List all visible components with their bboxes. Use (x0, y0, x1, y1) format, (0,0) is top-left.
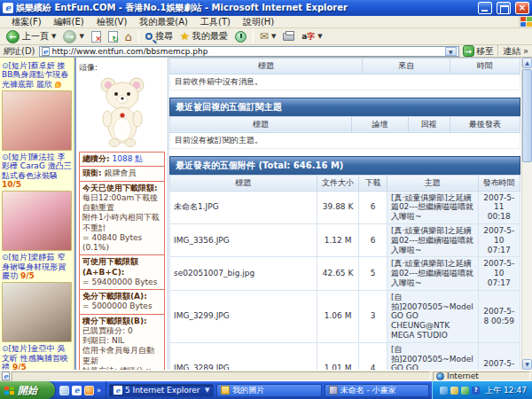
sidebar-photo[interactable] (2, 191, 72, 251)
translate-button[interactable]: a字 ▼ (299, 31, 325, 43)
subscribed-table: 標題 論壇 回複 最後發表 目前沒有被訂閱的主題。 (169, 116, 520, 149)
attachment-filename[interactable]: 未命名1.JPG (170, 191, 317, 223)
scrollbar-track[interactable] (522, 163, 532, 359)
sidebar-item[interactable]: ⊙[短片]梁靜茹 窄身裙曝身材現形賀慶功 9/5 (2, 253, 72, 280)
quota-line: = 5000000 Bytes (82, 301, 161, 311)
messenger-tray-icon[interactable] (461, 387, 469, 395)
attachment-downloads: 4 (359, 342, 387, 370)
menu-item-file[interactable]: 檔案(F) (5, 16, 48, 28)
mail-dropdown-icon[interactable]: ▼ (271, 33, 276, 40)
scroll-down-icon[interactable]: ▼ (522, 359, 532, 370)
attachment-filename[interactable]: IMG_3289.JPG (170, 342, 317, 370)
minimize-button[interactable] (478, 2, 492, 14)
vertical-scrollbar[interactable]: ▲ ▼ (521, 58, 532, 370)
home-button[interactable]: ⌂ (122, 31, 135, 43)
task-group-dropdown-icon[interactable]: ▼ (205, 387, 209, 394)
score-row: 總積分: 1088 點 (80, 153, 164, 167)
search-label: 搜尋 (155, 30, 173, 43)
attachment-filename[interactable]: se02051007_big.jpg (170, 257, 317, 290)
attachment-filesize: 39.88 K (317, 191, 358, 223)
mail-button[interactable]: ✉ ▼ (257, 31, 278, 42)
attachment-filename[interactable]: IMG_3356.JPG (170, 223, 317, 256)
links-chevron-icon[interactable]: » (523, 46, 528, 56)
title-bar: e 娛樂繽紛 EntFun.COM - 香港No.1娛樂劇站 - Microso… (0, 0, 532, 16)
back-dropdown-icon[interactable]: ▼ (51, 33, 56, 40)
subscribed-empty-message: 目前沒有被訂閱的主題。 (170, 132, 520, 148)
attachment-subject[interactable]: [自拍]20070505~Model GO GO CHEUNG@NTK MEGA… (387, 290, 478, 342)
inbox-col-time: 時間 (450, 59, 520, 74)
menu-item-edit[interactable]: 編輯(E) (48, 16, 90, 28)
task-my-pictures[interactable]: 我的圖片 (216, 384, 321, 397)
close-button[interactable]: × (515, 2, 529, 14)
links-bar[interactable]: 連結 » (497, 45, 528, 58)
links-label: 連結 (503, 45, 520, 58)
bullet-icon: ⊙ (2, 344, 9, 353)
refresh-button[interactable]: ↻ (106, 31, 121, 43)
attachment-subject[interactable]: [自拍]20070505~Model GO GO CHEUNG@NTK MEGA… (387, 342, 478, 370)
sidebar-photo[interactable] (2, 90, 72, 151)
attachment-downloads: 5 (359, 257, 387, 290)
network-tray-icon[interactable] (440, 387, 448, 395)
search-button[interactable]: 搜尋 (143, 30, 176, 43)
history-button[interactable] (232, 31, 249, 43)
forward-dropdown-icon[interactable]: ▼ (79, 33, 83, 40)
scrollbar-thumb[interactable] (522, 69, 532, 162)
toolbar-separator (138, 30, 139, 43)
quota-line: = 59400000 Bytes (82, 278, 161, 287)
translate-dropdown-icon[interactable]: ▼ (317, 33, 322, 40)
bullet-icon: ⊙ (2, 61, 9, 70)
menu-item-favorites[interactable]: 我的最愛(A) (133, 16, 194, 28)
sidebar-item[interactable]: ⊙[短片]蔡卓妍 接BB鳥身露點乍現春光褲底部 麗欣 (2, 61, 72, 89)
zone-label: Internet (447, 372, 479, 380)
scroll-up-icon[interactable]: ▲ (522, 58, 532, 68)
attachment-filename[interactable]: IMG_3299.JPG (170, 290, 317, 342)
task-ie-group[interactable]: e 5 Internet Explorer ▼ (109, 384, 214, 397)
sidebar-photo[interactable] (2, 282, 72, 342)
attachments-table: 標題 文件大小 下載 主題 發布時間 未命名1.JPG 39.88 K 6 [真… (169, 175, 520, 370)
task-buttons: e 5 Internet Explorer ▼ 我的圖片 未命名 - 小畫家 (106, 381, 432, 399)
standard-toolbar: ← 上一頁 ▼ → ▼ ✕ ↻ ⌂ 搜尋 ★ 我的最愛 ✉ (0, 28, 532, 45)
sidebar-item[interactable]: ⊙[短片]陳法拉 李彩樺 CaraG 激凸三點式春色泳裝騷 10/5 (2, 153, 72, 189)
attachment-filesize: 42.65 K (317, 257, 358, 290)
attachment-downloads: 6 (359, 191, 387, 223)
media-player-icon[interactable] (84, 386, 94, 395)
help-tray-icon[interactable]: ? (472, 387, 480, 395)
print-button[interactable] (280, 33, 297, 41)
member-cp-main: 標題 來自 時間 目前收件箱中沒有消息。 最近被回複的五個訂閱主題 標題 論壇 … (168, 58, 521, 370)
address-dropdown-icon[interactable]: ▼ (445, 47, 457, 56)
menu-item-view[interactable]: 檢視(V) (90, 16, 134, 28)
attachment-subject[interactable]: [真‧頑童俱樂部]之延續篇02---想繼續嗌嗌嘈就入嚟啦~ (387, 191, 478, 223)
forward-icon: → (63, 30, 76, 43)
volume-tray-icon[interactable] (450, 387, 458, 395)
address-input[interactable] (52, 47, 442, 56)
attachment-filesize: 1.06 M (317, 290, 358, 342)
menu-item-tools[interactable]: 工具(T) (194, 16, 237, 28)
show-desktop-icon[interactable] (59, 386, 69, 395)
task-label: 我的圖片 (232, 385, 264, 396)
attachment-filesize: 1.01 M (317, 342, 358, 370)
go-button[interactable]: → 移至 (463, 45, 494, 58)
quick-launch-overflow-icon[interactable]: » (97, 387, 101, 395)
sub-col-replies: 回複 (408, 116, 450, 132)
forward-button[interactable]: → ▼ (60, 30, 86, 43)
maximize-button[interactable] (497, 2, 511, 14)
status-message (12, 372, 431, 381)
stop-button[interactable]: ✕ (89, 31, 104, 43)
sidebar-item[interactable]: ⊙[短片]金亞中 吳文昕 性感胸脯首映禮 9/5 (2, 344, 72, 370)
favorites-button[interactable]: ★ 我的最愛 (177, 30, 231, 43)
inbox-empty-message: 目前收件箱中沒有消息。 (170, 74, 520, 90)
attachment-subject[interactable]: [真‧頑童俱樂部]之延續篇02---想繼續嗌嗌嘈就入嚟啦~ (387, 223, 478, 256)
table-row: IMG_3289.JPG 1.01 M 4 [自拍]20070505~Model… (170, 342, 520, 370)
task-paint[interactable]: 未命名 - 小畫家 (325, 384, 429, 397)
menu-item-help[interactable]: 說明(H) (237, 16, 280, 28)
table-row: IMG_3356.JPG 1.12 M 6 [真‧頑童俱樂部]之延續篇02---… (170, 223, 520, 256)
sub-col-forum: 論壇 (352, 116, 408, 132)
back-button[interactable]: ← 上一頁 ▼ (4, 30, 59, 43)
start-button[interactable]: 開始 (0, 381, 55, 399)
status-page-icon: e (2, 372, 10, 380)
address-bar: 網址(D) e ▼ → 移至 連結 » (0, 45, 532, 58)
ie-quick-launch-icon[interactable]: e (72, 386, 82, 395)
folder-icon (221, 386, 230, 395)
taskbar-clock[interactable]: 上午 12:47 (485, 385, 527, 396)
attachment-subject[interactable]: [真‧頑童俱樂部]之延續篇02---想繼續嗌嗌嘈就入嚟啦~ (387, 257, 478, 290)
